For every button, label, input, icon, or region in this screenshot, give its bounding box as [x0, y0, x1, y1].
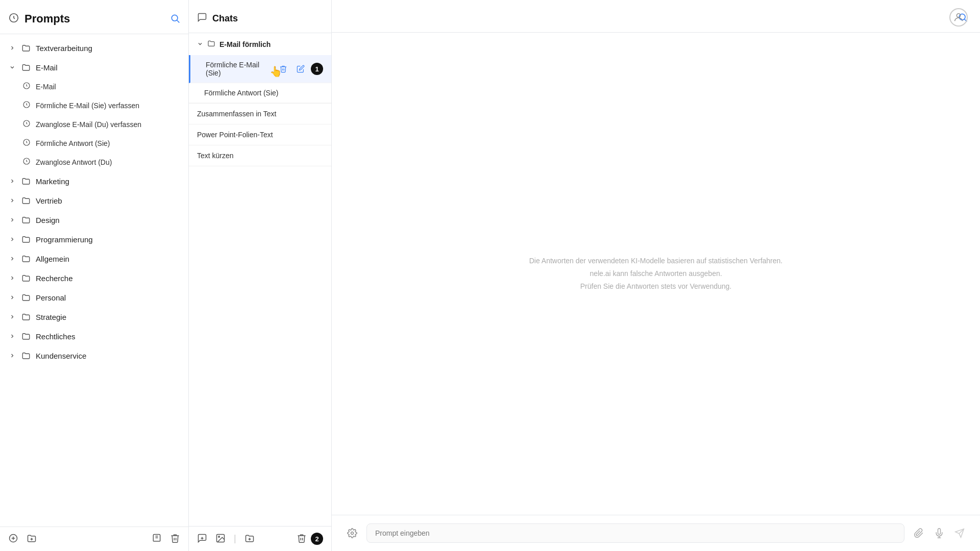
- folder-icon: [21, 351, 31, 360]
- library-button[interactable]: [152, 533, 162, 545]
- folder-icon: [21, 43, 31, 53]
- new-chat-button[interactable]: [197, 533, 207, 545]
- settings-button[interactable]: [344, 525, 360, 541]
- sidebar-content: Textverarbeitung E-Mail E-Mail: [0, 34, 188, 527]
- folder-icon: [21, 293, 31, 302]
- sidebar-subitem-label: Zwanglose Antwort (Du): [36, 158, 112, 166]
- sidebar-item-vertrieb[interactable]: Vertrieb: [0, 191, 188, 210]
- sidebar-item-label: E-Mail: [36, 63, 58, 72]
- add-folder-button[interactable]: [27, 533, 37, 545]
- middle-item-label: Zusammenfassen in Text: [197, 110, 276, 118]
- prompt-icon: [22, 157, 31, 167]
- send-button[interactable]: [951, 525, 968, 541]
- folder-icon: [21, 63, 31, 72]
- sidebar-item-marketing[interactable]: Marketing: [0, 171, 188, 191]
- sidebar-title: Prompts: [24, 12, 70, 26]
- middle-group-email-foermlich: E-Mail förmlich Förmliche E-Mail (Sie): [189, 33, 331, 104]
- main-content: Die Antworten der verwendeten KI-Modelle…: [332, 33, 980, 515]
- sidebar-subitem-label: Förmliche E-Mail (Sie) verfassen: [36, 102, 139, 110]
- sidebar-item-personal[interactable]: Personal: [0, 288, 188, 307]
- main-footer: [332, 515, 980, 551]
- middle-panel: Chats E-Mail förmlich Förmliche E-Mail (…: [189, 0, 332, 551]
- sidebar-item-label: Allgemein: [36, 255, 69, 263]
- delete-chat-button[interactable]: [276, 62, 290, 76]
- middle-item-zusammenfassen[interactable]: Zusammenfassen in Text: [189, 104, 331, 124]
- sidebar-subitem-label: Zwanglose E-Mail (Du) verfassen: [36, 120, 141, 129]
- chevron-right-icon: [8, 216, 16, 224]
- sidebar-item-recherche[interactable]: Recherche: [0, 268, 188, 288]
- add-image-button[interactable]: [215, 533, 226, 545]
- prompt-icon: [22, 82, 31, 91]
- sidebar-header: Prompts: [0, 0, 188, 34]
- prompt-icon: [22, 138, 31, 148]
- edit-chat-button[interactable]: [293, 62, 308, 76]
- sidebar-item-strategie[interactable]: Strategie: [0, 307, 188, 327]
- chevron-right-icon: [8, 255, 16, 263]
- svg-point-17: [218, 536, 220, 537]
- svg-point-2: [172, 15, 178, 21]
- middle-group-header[interactable]: E-Mail förmlich: [189, 33, 331, 55]
- add-prompt-button[interactable]: [8, 533, 18, 545]
- middle-item-foermliche-email[interactable]: Förmliche E-Mail (Sie) 1: [189, 55, 331, 83]
- sidebar-item-design[interactable]: Design: [0, 210, 188, 230]
- chevron-right-icon: [8, 235, 16, 243]
- sidebar-item-kundenservice[interactable]: Kundenservice: [0, 346, 188, 365]
- sidebar-item-programmierung[interactable]: Programmierung: [0, 230, 188, 249]
- user-avatar[interactable]: [949, 8, 968, 27]
- prompt-icon: [22, 119, 31, 129]
- sidebar: Prompts Textverarbeitung: [0, 0, 189, 551]
- chevron-right-icon: [8, 177, 16, 185]
- disclaimer-line2: nele.ai kann falsche Antworten ausgeben.: [590, 267, 722, 280]
- chevron-down-icon: [197, 40, 203, 48]
- chevron-down-icon: [8, 63, 16, 71]
- sidebar-subitem-zwanglose-antwort[interactable]: Zwanglose Antwort (Du): [22, 153, 188, 171]
- sidebar-item-textverarbeitung[interactable]: Textverarbeitung: [0, 38, 188, 58]
- sidebar-subitem-zwanglose-email[interactable]: Zwanglose E-Mail (Du) verfassen: [22, 115, 188, 134]
- prompts-icon: [8, 12, 19, 26]
- attach-button[interactable]: [911, 525, 927, 541]
- add-chat-folder-button[interactable]: [244, 533, 255, 545]
- main-panel: Die Antworten der verwendeten KI-Modelle…: [332, 0, 980, 551]
- sidebar-subitem-email[interactable]: E-Mail: [22, 77, 188, 96]
- sidebar-search-button[interactable]: [170, 13, 180, 25]
- sidebar-subitem-foermliche-email[interactable]: Förmliche E-Mail (Sie) verfassen: [22, 96, 188, 115]
- middle-item-text-kuerzen[interactable]: Text kürzen: [189, 145, 331, 166]
- footer-badge: 2: [311, 533, 323, 545]
- folder-icon: [21, 196, 31, 205]
- middle-delete-button[interactable]: [297, 533, 307, 545]
- middle-item-powerpoint[interactable]: Power Point-Folien-Text: [189, 124, 331, 145]
- item-badge: 1: [311, 63, 323, 75]
- sidebar-subitem-foermliche-antwort[interactable]: Förmliche Antwort (Sie): [22, 134, 188, 153]
- folder-icon: [21, 215, 31, 224]
- sidebar-item-allgemein[interactable]: Allgemein: [0, 249, 188, 268]
- middle-header: Chats: [189, 0, 331, 33]
- folder-icon: [21, 235, 31, 244]
- chevron-right-icon: [8, 293, 16, 302]
- main-header: [332, 0, 980, 33]
- middle-item-label: Text kürzen: [197, 152, 234, 160]
- sidebar-item-label: Vertrieb: [36, 196, 62, 205]
- sidebar-email-sub: E-Mail Förmliche E-Mail (Sie) verfassen …: [0, 77, 188, 171]
- prompt-input[interactable]: [366, 523, 904, 543]
- disclaimer-line1: Die Antworten der verwendeten KI-Modelle…: [529, 255, 783, 267]
- middle-content: E-Mail förmlich Förmliche E-Mail (Sie): [189, 33, 331, 526]
- sidebar-header-left: Prompts: [8, 12, 70, 26]
- middle-group-label: E-Mail förmlich: [219, 40, 271, 48]
- svg-point-0: [957, 14, 960, 17]
- sidebar-item-label: Kundenservice: [36, 352, 86, 360]
- middle-item-foermliche-antwort[interactable]: Förmliche Antwort (Sie): [189, 83, 331, 103]
- chat-icon: [197, 12, 207, 24]
- microphone-button[interactable]: [931, 525, 947, 541]
- sidebar-item-email[interactable]: E-Mail: [0, 58, 188, 77]
- middle-item-actions: 1: [276, 62, 323, 76]
- sidebar-item-label: Design: [36, 216, 60, 224]
- sidebar-item-rechtliches[interactable]: Rechtliches: [0, 327, 188, 346]
- sidebar-delete-button[interactable]: [170, 533, 180, 545]
- chevron-right-icon: [8, 274, 16, 282]
- sidebar-item-label: Programmierung: [36, 235, 93, 244]
- sidebar-footer: [0, 527, 188, 551]
- sidebar-item-label: Rechtliches: [36, 332, 76, 341]
- chevron-right-icon: [8, 44, 16, 52]
- prompt-icon: [22, 101, 31, 110]
- folder-icon: [21, 312, 31, 321]
